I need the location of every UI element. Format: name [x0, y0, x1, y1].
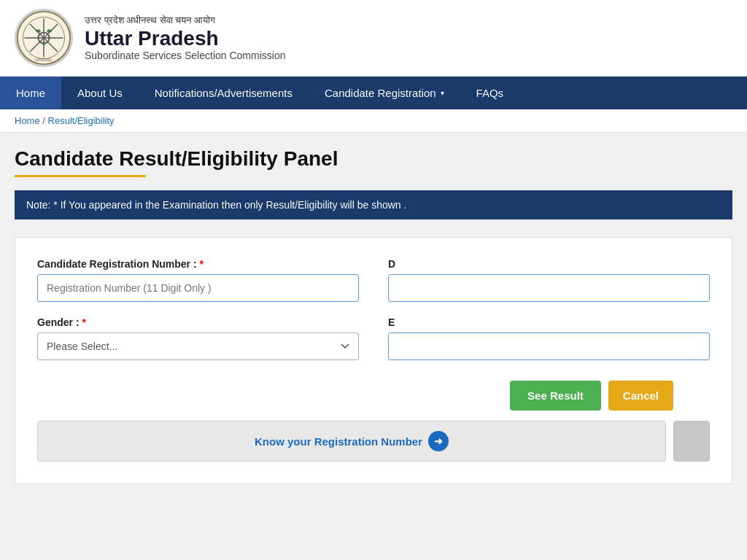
page-title: Candidate Result/Eligibility Panel [15, 147, 732, 171]
header-hindi: उत्तर प्रदेश अधीनस्थ सेवा चयन आयोग [85, 15, 285, 26]
required-marker: * [199, 258, 203, 270]
cancel-button[interactable]: Cancel [608, 381, 673, 411]
nav-candidate-reg[interactable]: Candidate Registration ▾ [309, 77, 460, 109]
note-bar: Note: * If You appeared in the Examinati… [15, 190, 732, 219]
breadcrumb-current[interactable]: Result/Eligibility [48, 115, 115, 126]
breadcrumb: Home / Result/Eligibility [0, 109, 747, 133]
nav-notifications[interactable]: Notifications/Advertisements [139, 77, 309, 109]
header: UPSSSC उत्तर प्रदेश अधीनस्थ सेवा चयन आयो… [0, 0, 747, 77]
e-input[interactable] [388, 332, 710, 360]
reg-number-label: Candidate Registration Number : * [37, 258, 359, 270]
breadcrumb-separator: / [42, 115, 47, 126]
form-group-reg: Candidate Registration Number : * [37, 258, 359, 302]
form-group-dob: D [388, 258, 710, 302]
form-panel: Candidate Registration Number : * D Gend… [15, 237, 732, 484]
e-label: E [388, 316, 710, 328]
main-content: Candidate Result/Eligibility Panel Note:… [0, 133, 747, 499]
gender-select[interactable]: Please Select... Male Female Other [37, 332, 359, 360]
arrow-right-icon: ➜ [428, 431, 449, 451]
know-reg-label: Know your Registration Number [255, 435, 422, 448]
know-reg-row: Know your Registration Number ➜ [37, 421, 710, 462]
nav-notifications-label: Notifications/Advertisements [155, 87, 293, 99]
know-registration-button[interactable]: Know your Registration Number ➜ [37, 421, 666, 462]
nav-about[interactable]: About Us [61, 77, 139, 109]
nav-home[interactable]: Home [0, 77, 61, 109]
svg-text:UPSSSC: UPSSSC [35, 58, 52, 62]
dob-input[interactable] [388, 274, 710, 302]
chevron-down-icon: ▾ [441, 89, 444, 97]
navbar: Home About Us Notifications/Advertisemen… [0, 77, 747, 109]
nav-faqs[interactable]: FAQs [460, 77, 520, 109]
note-text: Note: * If You appeared in the Examinati… [26, 199, 406, 211]
header-title: Uttar Pradesh [85, 28, 285, 50]
dob-label: D [388, 258, 710, 270]
gray-box-button[interactable] [673, 421, 710, 462]
see-result-button[interactable]: See Result [510, 381, 601, 411]
buttons-row: See Result Cancel [37, 381, 710, 411]
title-underline [15, 175, 146, 177]
logo: UPSSSC [15, 9, 73, 67]
form-grid: Candidate Registration Number : * D Gend… [37, 258, 710, 360]
nav-faqs-label: FAQs [476, 87, 504, 99]
nav-home-label: Home [16, 87, 45, 99]
nav-about-label: About Us [77, 87, 123, 99]
gender-required-marker: * [82, 316, 85, 328]
form-group-gender: Gender : * Please Select... Male Female … [37, 316, 359, 360]
nav-candidate-reg-label: Candidate Registration [325, 87, 436, 99]
header-subtitle: Subordinate Services Selection Commissio… [85, 50, 285, 61]
header-text-block: उत्तर प्रदेश अधीनस्थ सेवा चयन आयोग Uttar… [85, 15, 285, 62]
form-group-e: E [388, 316, 710, 360]
gender-label: Gender : * [37, 316, 359, 328]
breadcrumb-home[interactable]: Home [15, 115, 40, 126]
registration-number-input[interactable] [37, 274, 359, 302]
